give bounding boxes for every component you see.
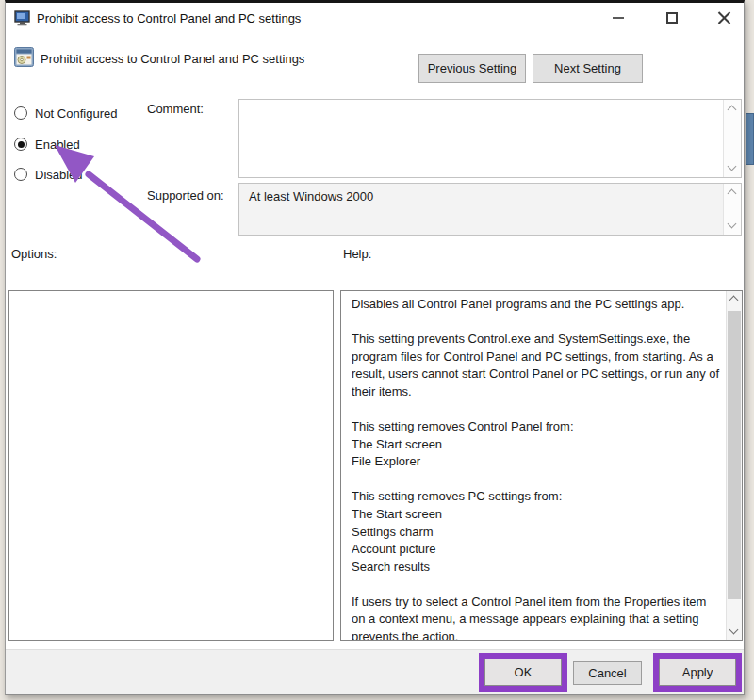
- ok-highlight-annotation: OK: [479, 653, 567, 692]
- maximize-icon[interactable]: [655, 5, 689, 31]
- scroll-down-icon[interactable]: [729, 220, 736, 228]
- scroll-up-icon[interactable]: [730, 297, 738, 304]
- scroll-down-icon[interactable]: [729, 163, 736, 171]
- radio-enabled[interactable]: Enabled: [14, 136, 80, 153]
- scroll-down-icon[interactable]: [730, 627, 738, 634]
- scrollbar-thumb[interactable]: [728, 311, 741, 599]
- radio-circle: [14, 106, 27, 120]
- ok-button[interactable]: OK: [484, 659, 562, 686]
- radio-disabled[interactable]: Disabled: [14, 166, 83, 183]
- supported-on-value: At least Windows 2000: [249, 189, 373, 203]
- window-title: Prohibit access to Control Panel and PC …: [37, 11, 301, 25]
- radio-not-configured[interactable]: Not Configured: [14, 105, 117, 122]
- minimize-icon[interactable]: [601, 5, 635, 31]
- cancel-button[interactable]: Cancel: [573, 661, 642, 685]
- radio-label: Disabled: [35, 168, 83, 182]
- next-setting-button[interactable]: Next Setting: [533, 54, 643, 83]
- comment-scroll-column: [723, 100, 741, 177]
- policy-setting-dialog: Prohibit access to Control Panel and PC …: [5, 0, 745, 695]
- radio-circle: [14, 168, 27, 181]
- scroll-up-icon[interactable]: [729, 190, 736, 198]
- radio-label: Enabled: [35, 138, 80, 152]
- radio-circle: [14, 138, 27, 151]
- supported-on-field: At least Windows 2000: [238, 183, 742, 236]
- options-label: Options:: [11, 247, 57, 261]
- app-icon: [14, 10, 31, 26]
- comment-label: Comment:: [147, 102, 204, 116]
- previous-setting-button[interactable]: Previous Setting: [418, 54, 526, 83]
- help-text: Disables all Control Panel programs and …: [341, 291, 726, 640]
- comment-input[interactable]: [238, 99, 742, 178]
- background-window-scrollbar-fragment: [746, 113, 754, 165]
- help-scrollbar[interactable]: [726, 291, 742, 640]
- policy-setting-icon: [14, 47, 34, 67]
- titlebar: Prohibit access to Control Panel and PC …: [6, 3, 744, 35]
- scroll-up-icon[interactable]: [729, 106, 736, 114]
- apply-button[interactable]: Apply: [659, 659, 736, 686]
- supported-scroll-column: [723, 184, 741, 235]
- radio-label: Not Configured: [35, 106, 117, 121]
- close-icon[interactable]: [707, 5, 741, 31]
- setting-name: Prohibit access to Control Panel and PC …: [41, 52, 304, 66]
- options-panel: [8, 290, 334, 641]
- supported-on-label: Supported on:: [147, 188, 224, 203]
- apply-highlight-annotation: Apply: [653, 653, 742, 692]
- help-label: Help:: [343, 247, 371, 261]
- help-panel: Disables all Control Panel programs and …: [340, 290, 743, 641]
